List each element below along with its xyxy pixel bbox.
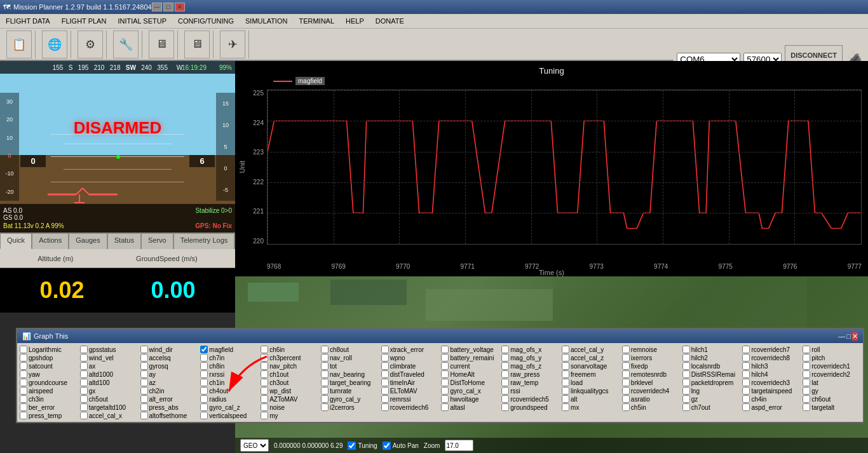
checkbox-targetairspeed[interactable] bbox=[742, 387, 750, 395]
menu-donate[interactable]: DONATE bbox=[373, 16, 407, 26]
checkbox-hilch4[interactable] bbox=[742, 370, 750, 378]
checkbox-mx[interactable] bbox=[562, 403, 569, 411]
checkbox-alt[interactable] bbox=[562, 395, 569, 403]
checkbox-ay[interactable] bbox=[140, 370, 148, 378]
checkbox-rcoverridech1[interactable] bbox=[803, 362, 810, 370]
checkbox-rxrssi[interactable] bbox=[200, 370, 208, 378]
checkbox-gz[interactable] bbox=[682, 395, 690, 403]
checkbox-ch1in[interactable] bbox=[200, 379, 208, 386]
checkbox-az[interactable] bbox=[140, 379, 148, 386]
checkbox-xtrack_error[interactable] bbox=[381, 346, 389, 353]
checkbox-accel_cal_x[interactable] bbox=[80, 412, 88, 419]
checkbox-gx[interactable] bbox=[80, 387, 88, 395]
tuning-checkbox[interactable] bbox=[348, 442, 356, 450]
checkbox-remotesnrdb[interactable] bbox=[622, 370, 630, 378]
auto-pan-checkbox[interactable] bbox=[383, 442, 391, 450]
checkbox-ch3percent[interactable] bbox=[261, 354, 268, 362]
checkbox-packetdroprem[interactable] bbox=[682, 379, 690, 386]
checkbox-radius[interactable] bbox=[200, 395, 208, 403]
checkbox-gyro_cal_z[interactable] bbox=[200, 403, 208, 411]
checkbox-hilch3[interactable] bbox=[742, 362, 750, 370]
checkbox-accelsq[interactable] bbox=[140, 354, 148, 362]
auto-pan-check-label[interactable]: Auto Pan bbox=[383, 442, 419, 450]
checkbox-AZToMAV[interactable] bbox=[261, 395, 268, 403]
checkbox-remnoise[interactable] bbox=[622, 346, 630, 353]
checkbox-distTraveled[interactable] bbox=[381, 370, 389, 378]
toolbar-btn-setup[interactable]: ⚙ bbox=[78, 30, 103, 58]
zoom-input[interactable] bbox=[445, 440, 473, 451]
dialog-close-button[interactable]: ✕ bbox=[852, 332, 858, 341]
checkbox-gyro_cal_x[interactable] bbox=[441, 387, 449, 395]
checkbox-ch8in[interactable] bbox=[200, 362, 208, 370]
toolbar-btn-donate[interactable]: ✈ bbox=[220, 30, 245, 58]
checkbox-raw_press[interactable] bbox=[501, 370, 509, 378]
checkbox-press_abs[interactable] bbox=[140, 403, 148, 411]
checkbox-groundspeed[interactable] bbox=[501, 403, 509, 411]
toolbar-btn-flightdata[interactable]: 📋 bbox=[6, 30, 32, 58]
checkbox-ch4out[interactable] bbox=[200, 387, 208, 395]
checkbox-ELToMAV[interactable] bbox=[381, 387, 389, 395]
checkbox-wpno[interactable] bbox=[381, 354, 389, 362]
checkbox-rcoverridech4[interactable] bbox=[622, 387, 630, 395]
menu-terminal[interactable]: TERMINAL bbox=[296, 16, 337, 26]
checkbox-gyro_cal_y[interactable] bbox=[321, 395, 329, 403]
checkbox-my[interactable] bbox=[261, 412, 268, 419]
checkbox-rcoverridech8[interactable] bbox=[742, 354, 750, 362]
checkbox-ch2in[interactable] bbox=[140, 387, 148, 395]
checkbox-wp_dist[interactable] bbox=[261, 387, 268, 395]
checkbox-remrssi[interactable] bbox=[381, 395, 389, 403]
menu-flight-data[interactable]: FLIGHT DATA bbox=[3, 16, 53, 26]
checkbox-mag_ofs_x[interactable] bbox=[501, 346, 509, 353]
checkbox-ber_error[interactable] bbox=[20, 403, 27, 411]
checkbox-hwvoltage[interactable] bbox=[441, 395, 449, 403]
checkbox-DistToHome[interactable] bbox=[441, 379, 449, 386]
checkbox-ch6in[interactable] bbox=[261, 346, 268, 353]
checkbox-rcoverridech6[interactable] bbox=[381, 403, 389, 411]
checkbox-fixedp[interactable] bbox=[622, 362, 630, 370]
checkbox-alt_error[interactable] bbox=[140, 395, 148, 403]
checkbox-roll[interactable] bbox=[803, 346, 810, 353]
checkbox-linkqualitygcs[interactable] bbox=[562, 387, 569, 395]
checkbox-rcoverridech7[interactable] bbox=[742, 346, 750, 353]
checkbox-accel_cal_z[interactable] bbox=[562, 354, 569, 362]
checkbox-wind_dir[interactable] bbox=[140, 346, 148, 353]
maximize-button[interactable]: □ bbox=[163, 3, 173, 11]
close-button[interactable]: ✕ bbox=[175, 3, 185, 11]
checkbox-targetalt[interactable] bbox=[803, 403, 810, 411]
checkbox-nav_pitch[interactable] bbox=[261, 362, 268, 370]
checkbox-altoffsethome[interactable] bbox=[140, 412, 148, 419]
checkbox-battery_voltage[interactable] bbox=[441, 346, 449, 353]
tab-actions[interactable]: Actions bbox=[32, 233, 69, 249]
checkbox-ch5in[interactable] bbox=[622, 403, 630, 411]
checkbox-ax[interactable] bbox=[80, 362, 88, 370]
checkbox-yaw[interactable] bbox=[20, 370, 27, 378]
checkbox-nav_roll[interactable] bbox=[321, 354, 329, 362]
checkbox-airspeed[interactable] bbox=[20, 387, 27, 395]
checkbox-DistRSSIRemai[interactable] bbox=[682, 370, 690, 378]
checkbox-sonarvoltage[interactable] bbox=[562, 362, 569, 370]
checkbox-magfield[interactable] bbox=[200, 346, 208, 353]
checkbox-load[interactable] bbox=[562, 379, 569, 386]
checkbox-mag_ofs_y[interactable] bbox=[501, 354, 509, 362]
toolbar-btn-sim[interactable]: 🖥 bbox=[149, 30, 174, 58]
checkbox-verticalspeed[interactable] bbox=[200, 412, 208, 419]
checkbox-ch3in[interactable] bbox=[20, 395, 27, 403]
menu-help[interactable]: HELP bbox=[343, 16, 367, 26]
checkbox-gpsstatus[interactable] bbox=[80, 346, 88, 353]
checkbox-tot[interactable] bbox=[321, 362, 329, 370]
checkbox-groundcourse[interactable] bbox=[20, 379, 27, 386]
checkbox-lat[interactable] bbox=[803, 379, 810, 386]
checkbox-gpshdop[interactable] bbox=[20, 354, 27, 362]
checkbox-climbrate[interactable] bbox=[381, 362, 389, 370]
checkbox-lng[interactable] bbox=[682, 387, 690, 395]
menu-simulation[interactable]: SIMULATION bbox=[243, 16, 290, 26]
tab-quick[interactable]: Quick bbox=[0, 233, 32, 249]
checkbox-brklevel[interactable] bbox=[622, 379, 630, 386]
checkbox-ch4in[interactable] bbox=[742, 395, 750, 403]
checkbox-target_bearing[interactable] bbox=[321, 379, 329, 386]
tab-telemetry-logs[interactable]: Telemetry Logs bbox=[173, 233, 235, 249]
checkbox-ch3out[interactable] bbox=[261, 379, 268, 386]
checkbox-wind_vel[interactable] bbox=[80, 354, 88, 362]
checkbox-ch8out[interactable] bbox=[321, 346, 329, 353]
checkbox-hilch2[interactable] bbox=[682, 354, 690, 362]
